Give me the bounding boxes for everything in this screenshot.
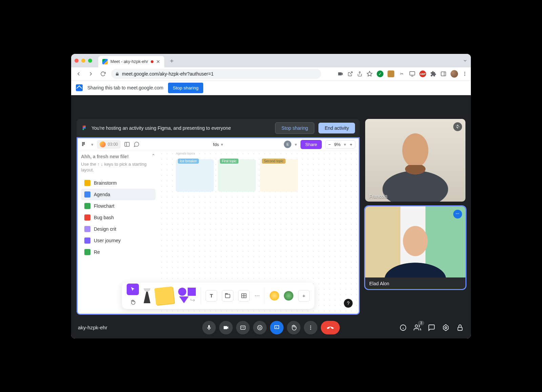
reload-button[interactable] (99, 70, 107, 78)
chat-button[interactable] (428, 324, 436, 332)
chevron-down-icon[interactable]: ▾ (295, 142, 297, 147)
tile-more-icon[interactable]: ⋯ (453, 210, 462, 219)
more-options-button[interactable] (304, 321, 317, 334)
svg-point-32 (310, 327, 311, 328)
section-tool[interactable] (222, 290, 233, 302)
template-label: Design crit (94, 226, 116, 232)
marker-tool[interactable] (144, 288, 150, 303)
timer-emoji-icon (100, 141, 106, 147)
add-widget-button[interactable]: + (298, 290, 310, 302)
zoom-in-button[interactable]: + (350, 142, 352, 147)
end-activity-button[interactable]: End activity (318, 123, 355, 133)
new-tab-button[interactable]: ＋ (167, 56, 176, 65)
close-window-icon[interactable] (75, 59, 79, 63)
text-tool[interactable]: T (206, 290, 217, 302)
figjam-menu-icon[interactable] (81, 142, 88, 147)
template-item[interactable]: Flowchart (81, 200, 155, 212)
video-feed (365, 206, 465, 289)
kebab-menu-icon[interactable] (462, 71, 467, 77)
tab-strip: Meet - aky-hzpk-ehr ✕ ＋ (71, 54, 471, 67)
share-icon[interactable] (357, 71, 362, 77)
presence-avatar[interactable]: E (284, 141, 291, 148)
canvas-card[interactable]: Ice breaker (176, 159, 214, 192)
participant-name: Elad Alon (369, 281, 389, 286)
template-icon (84, 180, 90, 186)
shared-screen: ▾ 03:00 fds ▾ E ▾ Share − 9%▾ (77, 137, 360, 315)
maximize-window-icon[interactable] (88, 59, 92, 63)
back-button[interactable] (75, 70, 83, 78)
open-external-icon[interactable] (348, 71, 353, 77)
captions-button[interactable] (236, 321, 250, 334)
address-bar[interactable]: meet.google.com/aky-hzpk-ehr?authuser=1 (111, 69, 321, 79)
meeting-details-button[interactable] (399, 324, 407, 332)
template-item[interactable]: User journey (81, 235, 155, 246)
infobar-text: Sharing this tab to meet.google.com (87, 85, 163, 90)
extension-icon[interactable]: ✓ (377, 70, 383, 77)
camera-toggle-button[interactable] (219, 321, 233, 334)
template-icon (84, 191, 90, 198)
raise-hand-button[interactable] (287, 321, 300, 334)
camera-icon[interactable] (337, 71, 343, 77)
host-controls-button[interactable] (456, 324, 464, 332)
participant-tile[interactable]: ⋯ Elad Alon (365, 206, 465, 289)
cast-icon[interactable] (409, 71, 415, 77)
mic-toggle-button[interactable] (202, 321, 216, 334)
doc-title[interactable]: fds ▾ (213, 142, 223, 147)
figjam-share-button[interactable]: Share (300, 140, 322, 149)
activity-stop-sharing-button[interactable]: Stop sharing (275, 122, 315, 134)
zoom-level[interactable]: 9% (334, 142, 341, 147)
reactions-button[interactable] (253, 321, 267, 334)
sticky-note-tool[interactable] (154, 286, 174, 305)
minimize-window-icon[interactable] (81, 59, 85, 63)
browser-tab[interactable]: Meet - aky-hzpk-ehr ✕ (98, 56, 164, 67)
extensions-puzzle-icon[interactable] (430, 71, 436, 77)
sticker-tool[interactable] (284, 291, 293, 301)
zoom-out-button[interactable]: − (328, 142, 331, 147)
participant-tile[interactable]: Francois (365, 119, 465, 202)
template-item[interactable]: Re (81, 246, 155, 258)
meet-controls: aky-hzpk-ehr 3 (71, 317, 471, 338)
canvas-card[interactable]: Second topic (260, 159, 298, 192)
template-item[interactable]: Agenda (81, 189, 155, 200)
stop-sharing-button[interactable]: Stop sharing (168, 83, 203, 93)
shapes-tool[interactable]: ↪ (178, 288, 196, 304)
present-button[interactable] (270, 321, 284, 334)
tabs-dropdown-icon[interactable] (463, 58, 467, 63)
leave-call-button[interactable] (321, 321, 340, 334)
svg-rect-23 (225, 293, 227, 294)
timer-widget[interactable]: 03:00 (97, 140, 121, 149)
collapse-panel-icon[interactable]: ⌃ (151, 153, 155, 159)
more-tools-icon[interactable]: ⋯ (254, 292, 260, 299)
layout-icon[interactable] (124, 141, 130, 147)
activities-button[interactable] (442, 324, 450, 332)
comment-icon[interactable] (133, 141, 140, 147)
template-item[interactable]: Brainstorm (81, 177, 155, 189)
svg-point-33 (310, 329, 311, 330)
svg-line-0 (350, 72, 352, 74)
toolbar-actions: ✓ ✂︎ ABP (337, 70, 467, 78)
adblock-extension-icon[interactable]: ABP (419, 70, 426, 77)
select-tool[interactable] (127, 284, 139, 295)
chevron-down-icon[interactable]: ▾ (91, 142, 93, 147)
bookmark-star-icon[interactable] (367, 71, 373, 77)
close-tab-icon[interactable]: ✕ (156, 59, 160, 64)
extension-icon[interactable] (388, 70, 394, 77)
table-tool[interactable] (238, 290, 250, 302)
template-icon (84, 203, 90, 209)
sidepanel-icon[interactable] (440, 71, 446, 77)
template-item[interactable]: Bug bash (81, 212, 155, 223)
template-item[interactable]: Design crit (81, 223, 155, 235)
activity-banner: You're hosting an activity using Figma, … (77, 119, 360, 137)
canvas-card[interactable]: First topic (218, 159, 256, 192)
people-button[interactable]: 3 (413, 324, 421, 332)
profile-avatar[interactable] (451, 70, 458, 78)
help-button[interactable]: ? (344, 299, 353, 308)
browser-window: Meet - aky-hzpk-ehr ✕ ＋ meet.google.com/… (71, 54, 471, 338)
hand-tool[interactable] (127, 296, 139, 308)
stamp-tool[interactable] (270, 291, 279, 301)
template-label: Brainstorm (94, 180, 117, 186)
extension-icon[interactable]: ✂︎ (398, 70, 405, 77)
meet-stage: You're hosting an activity using Figma, … (71, 95, 471, 338)
forward-button[interactable] (87, 70, 95, 78)
svg-marker-2 (367, 71, 372, 76)
